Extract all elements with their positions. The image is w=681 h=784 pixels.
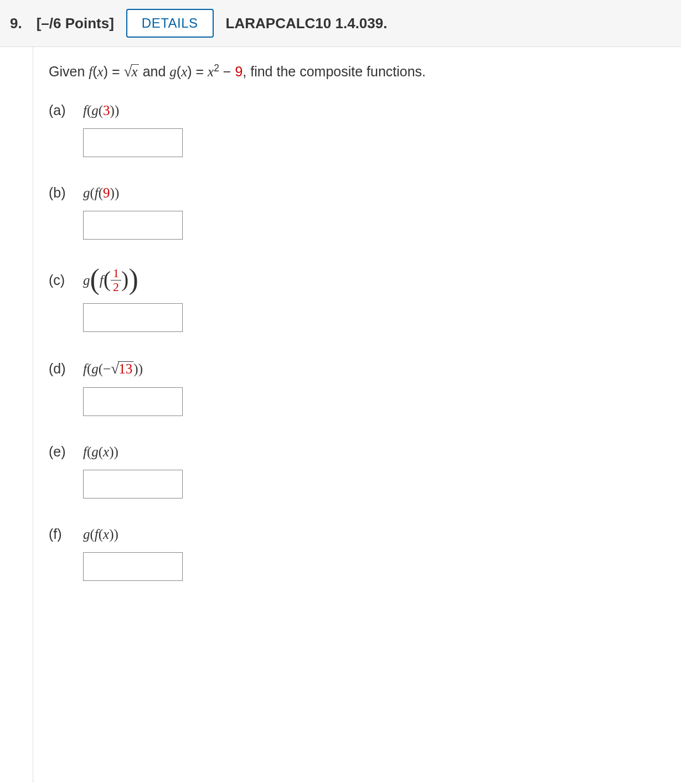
question-number-points: 9. [–/6 Points] — [10, 15, 114, 32]
const-nine: 9 — [235, 64, 243, 79]
var-x: x — [97, 64, 104, 79]
answer-input-b[interactable] — [83, 211, 183, 240]
part-e: (e) f(g(x)) — [49, 444, 426, 499]
var-x3: x — [208, 64, 214, 79]
part-a-label: (a) — [49, 102, 73, 118]
part-b: (b) g(f(9)) — [49, 185, 426, 240]
var-f: f — [89, 64, 92, 79]
answer-input-c[interactable] — [83, 303, 183, 332]
question-content: Given f(x) = √x and g(x) = x2 − 9, find … — [33, 47, 441, 783]
part-e-label: (e) — [49, 444, 73, 460]
part-c-label: (c) — [49, 272, 73, 288]
text-and: and — [139, 64, 170, 79]
part-d-expression: f(g(−√13)) — [83, 360, 143, 377]
answer-input-a[interactable] — [83, 128, 183, 157]
sqrt-x: √x — [123, 63, 138, 80]
part-b-expression: g(f(9)) — [83, 185, 119, 201]
text-given: Given — [49, 64, 89, 79]
part-a: (a) f(g(3)) — [49, 102, 426, 157]
text-tail: , find the composite functions. — [243, 64, 426, 79]
text-minus: − — [219, 64, 235, 79]
part-f-expression: g(f(x)) — [83, 527, 118, 542]
part-f: (f) g(f(x)) — [49, 526, 426, 581]
answer-input-f[interactable] — [83, 552, 183, 581]
details-button[interactable]: DETAILS — [126, 9, 214, 38]
question-header: 9. [–/6 Points] DETAILS LARAPCALC10 1.4.… — [0, 0, 681, 47]
question-prompt: Given f(x) = √x and g(x) = x2 − 9, find … — [49, 63, 426, 80]
question-source: LARAPCALC10 1.4.039. — [226, 15, 388, 32]
part-a-expression: f(g(3)) — [83, 103, 119, 118]
part-d-label: (d) — [49, 361, 73, 377]
answer-input-e[interactable] — [83, 470, 183, 499]
part-d: (d) f(g(−√13)) — [49, 360, 426, 416]
text-eq2: ) = — [187, 64, 208, 79]
part-e-expression: f(g(x)) — [83, 444, 118, 460]
left-gutter — [0, 47, 33, 783]
part-b-label: (b) — [49, 185, 73, 201]
var-g: g — [169, 64, 177, 79]
part-f-label: (f) — [49, 526, 73, 542]
var-x2: x — [181, 64, 187, 79]
text-eq1: ) = — [104, 64, 124, 79]
part-c-expression: g(f(12)) — [83, 267, 138, 293]
part-c: (c) g(f(12)) — [49, 267, 426, 332]
answer-input-d[interactable] — [83, 387, 183, 416]
